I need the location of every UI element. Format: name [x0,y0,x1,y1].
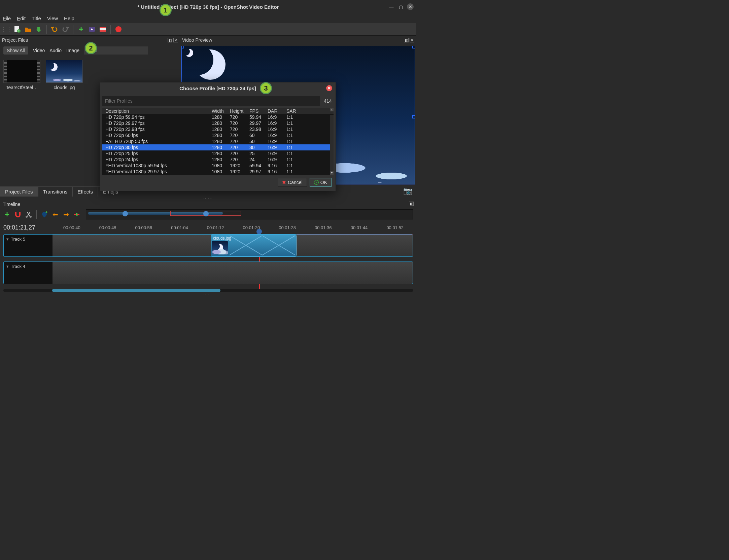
profile-row[interactable]: HD 720p 60 fps12807206016:91:1 [102,132,334,138]
fullscreen-icon[interactable] [99,26,106,33]
profile-cell: 25 [249,151,268,156]
profile-row[interactable]: HD 720p 24 fps12807202416:91:1 [102,156,334,163]
menu-help[interactable]: Help [64,15,74,21]
add-marker-icon[interactable]: + [41,211,48,218]
profile-cell: 720 [230,139,249,144]
cancel-button[interactable]: ✖ Cancel [278,178,307,187]
razor-icon[interactable] [25,211,32,218]
center-playhead-icon[interactable] [73,211,80,218]
profile-cell: 720 [230,145,249,150]
ruler-tick: 00:01:52 [377,225,413,230]
undock-icon[interactable]: ◧ [404,38,409,42]
profile-row[interactable]: HD 720p 29.97 fps128072029.9716:91:1 [102,120,334,126]
redo-icon[interactable] [62,26,69,33]
profile-cell: 1:1 [286,151,307,156]
col-sar[interactable]: SAR [286,108,307,114]
undo-icon[interactable] [51,26,58,33]
svg-rect-6 [100,30,106,32]
profile-cell: 29.97 [249,120,268,126]
timeline-clip[interactable]: clouds.jpg [211,235,297,256]
menu-view[interactable]: View [47,15,58,21]
add-track-icon[interactable]: + [3,211,11,218]
profile-cell: 1280 [212,139,230,144]
profile-cell: FHD Vertical 1080p 59.94 fps [105,163,212,168]
profile-cell: 59.94 [249,114,268,120]
splitter-handle[interactable]: ······ [0,197,416,201]
filter-audio[interactable]: Audio [49,48,62,53]
window-title: * Untitled Project [HD 720p 30 fps] - Op… [138,4,279,10]
col-description[interactable]: Description [105,108,212,114]
project-file-item[interactable]: clouds.jpg [46,60,83,90]
profile-cell: 16:9 [268,157,286,162]
scroll-down-icon[interactable]: ▾ [330,171,334,175]
project-file-item[interactable]: TearsOfSteel… [3,60,40,90]
ruler-tick: 00:00:40 [54,225,90,230]
col-width[interactable]: Width [212,108,230,114]
tab-effects[interactable]: Effects [72,186,98,197]
close-panel-icon[interactable]: ✕ [410,38,414,42]
track-label[interactable]: Track 4 [4,262,53,284]
import-files-icon[interactable]: + [77,26,85,33]
export-icon[interactable] [115,26,122,33]
profile-cell: 9:16 [268,163,286,168]
dialog-close-button[interactable]: ✕ [326,85,332,91]
profile-filter-input[interactable] [102,96,320,106]
col-dar[interactable]: DAR [268,108,286,114]
filter-show-all[interactable]: Show All [3,46,28,55]
next-marker-icon[interactable]: ➡ [62,211,70,218]
profile-row[interactable]: FHD Vertical 1080p 59.94 fps1080192059.9… [102,163,334,169]
menu-title[interactable]: Title [32,15,41,21]
profile-cell: HD 720p 29.97 fps [105,120,212,126]
timeline-overview[interactable] [86,209,413,219]
filter-video[interactable]: Video [33,48,45,53]
cancel-icon: ✖ [282,180,286,185]
minimize-button[interactable]: — [388,3,395,10]
profile-cell: 1:1 [286,133,307,138]
ok-button[interactable]: ✓ OK [310,178,332,187]
profile-scrollbar[interactable] [330,115,334,175]
open-project-icon[interactable] [24,26,32,33]
profile-row[interactable]: FHD Vertical 1080p 29.97 fps1080192029.9… [102,169,334,175]
save-project-icon[interactable] [35,26,42,33]
track-label[interactable]: Track 5 [4,235,53,256]
profile-cell: 1:1 [286,169,307,174]
profile-row[interactable]: PAL HD 720p 50 fps12807205016:91:1 [102,138,334,144]
profile-cell: 1280 [212,145,230,150]
scroll-up-icon[interactable]: ▴ [330,108,334,111]
close-panel-icon[interactable]: ✕ [173,38,178,42]
menu-edit[interactable]: Edit [17,15,26,21]
filter-image[interactable]: Image [66,48,79,53]
profile-cell: 16:9 [268,139,286,144]
new-project-icon[interactable]: + [13,26,21,33]
profile-count: 414 [322,96,334,106]
timeline-ruler[interactable]: 00:01:21,27 00:00:40 00:00:48 00:00:56 0… [0,221,416,234]
profile-cell: HD 720p 60 fps [105,133,212,138]
track-row[interactable]: Track 4 [3,261,413,284]
profile-cell: 1280 [212,133,230,138]
profile-cell: 16:9 [268,151,286,156]
profile-row[interactable]: HD 720p 23.98 fps128072023.9816:91:1 [102,126,334,132]
tab-transitions[interactable]: Transitions [38,186,73,197]
tab-project-files[interactable]: Project Files [0,186,38,197]
snapshot-icon[interactable]: 📷 [403,187,412,196]
snap-icon[interactable] [14,211,22,218]
splitter-handle[interactable]: ······ [0,292,416,296]
undock-icon[interactable]: ◧ [168,38,172,42]
col-height[interactable]: Height [230,108,249,114]
profile-icon[interactable] [88,26,96,33]
profile-row[interactable]: HD 720p 59.94 fps128072059.9416:91:1 [102,114,334,120]
menu-file[interactable]: File [3,15,11,21]
close-button[interactable]: ✕ [407,3,414,10]
col-fps[interactable]: FPS [249,108,268,114]
prev-marker-icon[interactable]: ⬅ [51,211,59,218]
profile-cell: 720 [230,151,249,156]
profile-row[interactable]: HD 720p 25 fps12807202516:91:1 [102,150,334,156]
timeline-scrollbar[interactable] [3,289,413,292]
track-row[interactable]: Track 5 clouds.jpg [3,234,413,257]
maximize-button[interactable]: ▢ [397,3,404,10]
profile-row[interactable]: HD 720p 30 fps12807203016:91:1 [102,144,334,150]
profile-cell: 16:9 [268,133,286,138]
profile-table-header[interactable]: Description Width Height FPS DAR SAR [102,108,334,114]
video-preview-title: Video Preview [182,37,212,43]
undock-icon[interactable]: ◧ [409,202,414,206]
